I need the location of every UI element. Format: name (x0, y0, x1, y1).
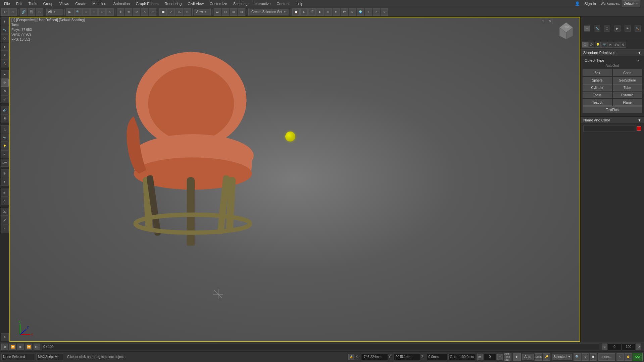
time-config[interactable]: ⚙ (636, 344, 641, 350)
align-button[interactable]: ⊟ (222, 8, 229, 16)
link-button[interactable]: 🔗 (20, 8, 27, 16)
sidebar-helper[interactable]: H (1, 150, 9, 158)
add-time-tag-btn[interactable]: Add Time Tag (504, 353, 511, 361)
prim-box[interactable]: Box (583, 69, 612, 76)
sign-in-button[interactable]: Sign In (582, 1, 599, 6)
menu-civil-view[interactable]: Civil View (185, 1, 206, 6)
time-back[interactable]: ⏮ (477, 354, 483, 360)
time-field[interactable]: 0 (483, 354, 497, 360)
set-key-btn[interactable]: Set K (535, 353, 542, 361)
sidebar-shapes[interactable]: △ (1, 125, 9, 133)
sidebar-light[interactable]: 💡 (1, 142, 9, 150)
filters-btn[interactable]: Filters... (598, 353, 615, 361)
workspaces-dropdown[interactable]: Default ▼ (622, 0, 640, 7)
rotate-button[interactable]: ↻ (125, 8, 132, 16)
go-to-start[interactable]: ⏮ (1, 344, 8, 350)
search-status[interactable]: 🔍 (574, 353, 581, 361)
prim-sphere[interactable]: Sphere (583, 77, 612, 84)
sidebar-utilities[interactable]: 🔨 (1, 59, 9, 67)
render-setup[interactable]: 🎬 (308, 8, 316, 16)
menu-create[interactable]: Create (72, 1, 89, 6)
snap-toggle[interactable]: 🔲 (159, 8, 167, 16)
bind-button[interactable]: B (36, 8, 43, 16)
unlink-button[interactable]: ⛓ (28, 8, 35, 16)
sidebar-snap-set[interactable]: ⊙ (1, 197, 9, 205)
align3-button[interactable]: ⊠ (238, 8, 245, 16)
angle-snap[interactable]: ∠ (167, 8, 175, 16)
scale-button[interactable]: ⤢ (133, 8, 140, 16)
menu-content[interactable]: Content (274, 1, 292, 6)
panel-tab-hierarchy[interactable]: ⬡ (604, 25, 610, 32)
sidebar-unlink[interactable]: ⛓ (1, 114, 9, 122)
prim-cone[interactable]: Cone (613, 69, 642, 76)
environment[interactable]: 🌍 (357, 8, 364, 16)
prim-torus[interactable]: Torus (583, 92, 612, 98)
color-swatch[interactable] (637, 126, 641, 131)
obj-xref[interactable]: O (381, 8, 388, 16)
sidebar-hierarchy[interactable]: ⬡ (1, 34, 9, 42)
pan-mode[interactable]: ✋ (625, 353, 632, 361)
menu-tools[interactable]: Tools (26, 1, 40, 6)
lights-icon[interactable]: 💡 (595, 42, 601, 48)
maxscript-mini[interactable]: MAXScript Mi (36, 354, 63, 360)
menu-scripting[interactable]: Scripting (231, 1, 250, 6)
sidebar-scale-tool[interactable]: ⤢ (1, 95, 9, 103)
menu-animation[interactable]: Animation (111, 1, 133, 6)
scale2-button[interactable]: ⤡ (141, 8, 148, 16)
menu-rendering[interactable]: Rendering (162, 1, 185, 6)
name-color-header[interactable]: Name and Color ▼ (581, 116, 644, 124)
viewport-maximize[interactable]: □ (540, 18, 546, 24)
sidebar-link[interactable]: 🔗 (1, 106, 9, 114)
menu-graph-editors[interactable]: Graph Editors (133, 1, 161, 6)
prim-teapot[interactable]: Teapot (583, 99, 612, 106)
key-mode-toggle[interactable]: ⊙ (602, 344, 607, 350)
lasso-select-button[interactable]: ∿ (106, 8, 114, 16)
prev-frame[interactable]: ⏪ (9, 344, 16, 350)
render-frame[interactable]: R (325, 8, 332, 16)
time-fwd[interactable]: ⏭ (497, 354, 503, 360)
material-editor[interactable]: M (333, 8, 340, 16)
standard-primitives-header[interactable]: Standard Primitives ▼ (581, 49, 644, 56)
panel-tab-utilities[interactable]: 🔨 (635, 25, 641, 32)
auto-button[interactable]: Auto (522, 354, 534, 360)
timeline[interactable]: 0 / 100 (42, 344, 599, 350)
y-field[interactable]: 2045.1mm (394, 354, 421, 360)
name-input[interactable] (583, 125, 635, 132)
percent-snap[interactable]: % (176, 8, 183, 16)
system-icon[interactable]: ⚙ (620, 42, 626, 48)
create-selection-button[interactable]: Create Selection Set ▼ (248, 9, 289, 15)
move-button[interactable]: ✛ (117, 8, 124, 16)
prim-geosphere[interactable]: GeoSphere (613, 77, 642, 84)
menu-views[interactable]: Views (57, 1, 72, 6)
geometry-icon[interactable]: ⬡ (582, 42, 588, 48)
scene-effects[interactable]: E (349, 8, 356, 16)
sidebar-bottom-icon[interactable]: ⚙ (1, 333, 9, 341)
quick-render[interactable]: ▶ (316, 8, 324, 16)
helpers-icon[interactable]: H (607, 42, 613, 48)
menu-interactive[interactable]: Interactive (251, 1, 274, 6)
sidebar-move-tool[interactable]: ✛ (1, 79, 9, 87)
rect-select-button[interactable]: □ (82, 8, 90, 16)
sidebar-maxscript[interactable]: MS (1, 208, 9, 216)
end-frame-field[interactable]: 100 (622, 344, 635, 350)
panel-tab-create[interactable]: + (584, 25, 590, 32)
render-tonemap[interactable]: T (365, 8, 372, 16)
menu-file[interactable]: File (1, 1, 13, 6)
panel-tab-motion[interactable]: ▶ (614, 25, 621, 32)
mirror-button[interactable]: ⇄ (214, 8, 221, 16)
placement-button[interactable]: P (149, 8, 156, 16)
plus-key-button[interactable]: + (513, 353, 521, 361)
spinner-snap[interactable]: S (184, 8, 191, 16)
go-to-end[interactable]: ⏭ (34, 344, 40, 350)
collapse-arrow[interactable]: ▼ (637, 59, 640, 62)
status-icon3[interactable]: 🔲 (590, 353, 597, 361)
select-name-button[interactable]: 🔍 (74, 8, 82, 16)
menu-edit[interactable]: Edit (13, 1, 25, 6)
sidebar-system[interactable]: ⚙ (1, 169, 9, 177)
sidebar-camera[interactable]: 📷 (1, 134, 9, 142)
key-filter-btn[interactable]: 🔑 (543, 353, 550, 361)
shapes-icon[interactable]: ⬠ (588, 42, 594, 48)
circle-select-button[interactable]: ○ (90, 8, 98, 16)
prim-cylinder[interactable]: Cylinder (583, 84, 612, 91)
next-frame[interactable]: ⏩ (26, 344, 32, 350)
